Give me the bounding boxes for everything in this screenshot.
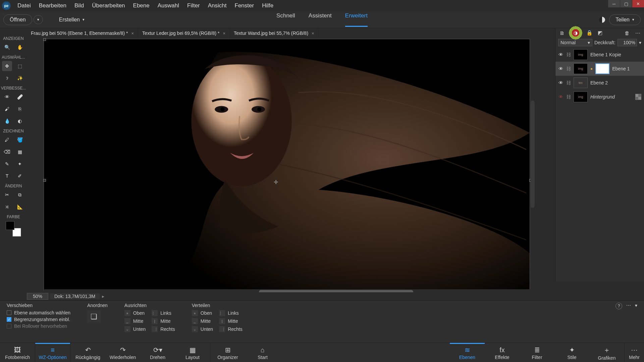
spot-heal-tool-icon[interactable]: 🩹	[15, 92, 25, 102]
crop-tool-icon[interactable]: ✂	[2, 190, 12, 200]
help-icon[interactable]: ?	[615, 303, 622, 309]
layer-thumbnail[interactable]: img	[574, 92, 588, 102]
checkbox-bounding-box[interactable]: ✓	[7, 317, 11, 322]
layer-thumbnail[interactable]: img	[574, 49, 588, 60]
visibility-toggle-icon[interactable]: 👁	[558, 80, 564, 85]
shape-tool-icon[interactable]: ✦	[15, 159, 25, 169]
menu-view[interactable]: Ansicht	[204, 2, 231, 9]
document-tab[interactable]: Textur Wand.jpg bei 55,7% (RGB/8)×	[230, 28, 319, 38]
link-icon[interactable]: ⛓	[566, 66, 571, 71]
redeye-tool-icon[interactable]: 👁	[2, 92, 12, 102]
layer-name[interactable]: Ebene 2	[590, 80, 608, 85]
align-middle[interactable]: ⎯Mitte	[124, 318, 146, 324]
sponge-tool-icon[interactable]: ◐	[15, 116, 25, 126]
menu-image[interactable]: Bild	[70, 2, 88, 9]
close-icon[interactable]: ×	[223, 31, 225, 36]
document-tab[interactable]: Frau.jpg bei 50% (Ebene 1, Ebenenmaske/8…	[27, 28, 138, 38]
layer-mask-thumbnail[interactable]	[595, 63, 609, 74]
layer-row[interactable]: 👁 ⛓ tex Ebene 2	[555, 76, 644, 90]
open-button[interactable]: Öffnen	[3, 14, 32, 25]
distribute-left[interactable]: ⎸Links	[219, 310, 243, 316]
layer-name[interactable]: Ebene 1 Kopie	[590, 52, 621, 57]
layer-row[interactable]: 👁 ⛓ img Ebene 1 Kopie	[555, 48, 644, 62]
layout-button[interactable]: ▦Layout	[175, 343, 210, 362]
open-dropdown[interactable]: ▾	[34, 15, 43, 24]
align-bottom[interactable]: ⌄Unten	[124, 326, 146, 332]
link-icon[interactable]: ⛓	[566, 94, 571, 100]
straighten-tool-icon[interactable]: 📐	[15, 202, 25, 212]
delete-layer-icon[interactable]: 🗑	[623, 29, 631, 37]
create-button[interactable]: Erstellen ▾	[53, 15, 91, 25]
layer-thumbnail[interactable]: tex	[574, 77, 588, 88]
organizer-button[interactable]: ⊞Organizer	[210, 343, 245, 362]
content-move-tool-icon[interactable]: ⤮	[2, 202, 12, 212]
panel-menu-icon[interactable]: ⋯	[634, 29, 641, 37]
menu-filter[interactable]: Filter	[183, 2, 204, 9]
rotate-button[interactable]: ⟳▾Drehen	[140, 343, 175, 362]
distribute-middle[interactable]: ⎯Mitte	[192, 318, 213, 324]
mode-quick-tab[interactable]: Schnell	[276, 12, 295, 27]
hand-tool-icon[interactable]: ✋	[15, 42, 25, 52]
chevron-right-icon[interactable]: ▸	[102, 294, 104, 299]
transform-handle[interactable]	[43, 38, 46, 41]
image-canvas[interactable]	[44, 39, 530, 290]
distribute-center[interactable]: |Mitte	[219, 318, 243, 324]
opacity-input[interactable]: 100%	[618, 39, 637, 46]
paintbucket-tool-icon[interactable]: 🪣	[15, 135, 25, 145]
photo-bin-button[interactable]: 🖼Fotobereich	[0, 343, 35, 362]
menu-layer[interactable]: Ebene	[129, 2, 154, 9]
layers-panel-button[interactable]: ≋Ebenen	[450, 343, 485, 362]
zoom-level-input[interactable]: 50%	[27, 293, 48, 300]
align-center[interactable]: |Mitte	[152, 318, 175, 324]
checkbox-auto-select[interactable]	[7, 310, 11, 315]
distribute-top[interactable]: ⌅Oben	[192, 310, 213, 316]
home-button[interactable]: ⌂Start	[245, 343, 280, 362]
move-tool-icon[interactable]: ✥	[2, 61, 12, 71]
distribute-bottom[interactable]: ⌄Unten	[192, 326, 213, 332]
recompose-tool-icon[interactable]: ⧉	[15, 190, 25, 200]
redo-button[interactable]: ↷Wiederholen	[105, 343, 140, 362]
share-button[interactable]: Teilen ▾	[609, 14, 641, 25]
window-maximize-button[interactable]: ▢	[620, 0, 632, 7]
visibility-toggle-icon[interactable]: 👁	[558, 52, 564, 57]
collapse-options-icon[interactable]: ▾	[635, 303, 637, 308]
document-tab[interactable]: Textur Leder.jpg bei 69,5% (RGB/8) *×	[138, 28, 230, 38]
document-info[interactable]: Dok: 13,7M/101,3M	[50, 293, 100, 299]
styles-panel-button[interactable]: ✦Stile	[554, 343, 589, 362]
align-left[interactable]: ⎸Links	[152, 310, 175, 316]
text-tool-icon[interactable]: T	[2, 171, 12, 181]
brush-tool-icon[interactable]: 🖊	[2, 135, 12, 145]
mask-link-icon[interactable]: ●	[590, 66, 593, 71]
distribute-right[interactable]: ⎹Rechts	[219, 326, 243, 332]
menu-window[interactable]: Fenster	[231, 2, 258, 9]
link-icon[interactable]: ⛓	[566, 80, 571, 85]
smart-brush-tool-icon[interactable]: 🖌	[2, 104, 12, 114]
menu-help[interactable]: Hilfe	[258, 2, 277, 9]
pencil-tool-icon[interactable]: ✎	[2, 159, 12, 169]
zoom-tool-icon[interactable]: 🔍	[2, 42, 12, 52]
tool-options-button[interactable]: ≡WZ-Optionen	[35, 343, 70, 362]
magic-wand-tool-icon[interactable]: ✨	[15, 73, 25, 83]
menu-enhance[interactable]: Überarbeiten	[88, 2, 129, 9]
filters-panel-button[interactable]: ≣Filter	[520, 343, 554, 362]
undo-button[interactable]: ↶Rückgängig	[70, 343, 105, 362]
mode-advanced-tab[interactable]: Erweitert	[345, 12, 368, 27]
clone-tool-icon[interactable]: ⎘	[15, 104, 25, 114]
marquee-tool-icon[interactable]: ⬚	[15, 61, 25, 71]
close-icon[interactable]: ×	[131, 31, 134, 36]
gradient-tool-icon[interactable]: ▦	[15, 147, 25, 157]
chevron-down-icon[interactable]: ▾	[639, 40, 641, 45]
foreground-color[interactable]	[6, 221, 14, 230]
graphics-panel-button[interactable]: ＋Grafiken	[589, 343, 624, 362]
visibility-toggle-icon[interactable]: 👁	[558, 66, 564, 71]
menu-select[interactable]: Auswahl	[154, 2, 183, 9]
align-right[interactable]: ⎹Rechts	[152, 326, 175, 332]
window-minimize-button[interactable]: ─	[608, 0, 620, 7]
custom-shape-tool-icon[interactable]: ✐	[15, 171, 25, 181]
link-icon[interactable]: ⛓	[566, 52, 571, 57]
layer-name[interactable]: Ebene 1	[612, 66, 630, 71]
blend-mode-select[interactable]: Normal▾	[558, 39, 592, 46]
eraser-tool-icon[interactable]: ⌫	[2, 147, 12, 157]
layer-row[interactable]: 👁 ⛓ img Hintergrund	[555, 90, 644, 104]
menu-file[interactable]: Datei	[13, 2, 35, 9]
